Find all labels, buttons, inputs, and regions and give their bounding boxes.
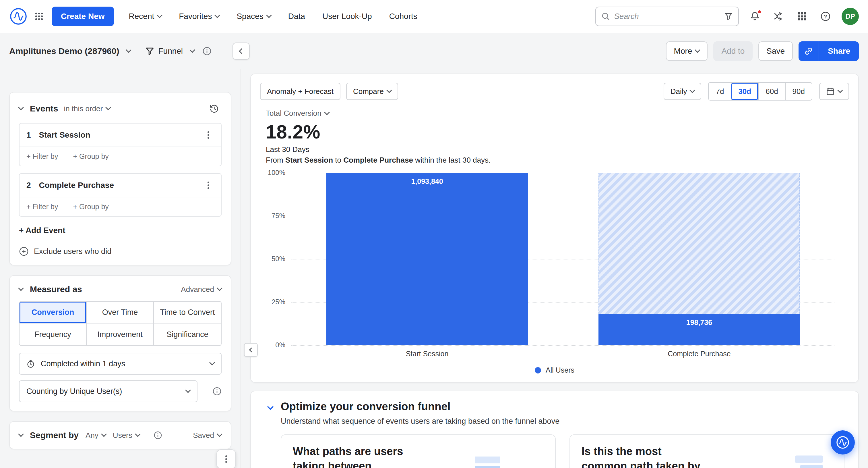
range-30d[interactable]: 30d bbox=[731, 83, 758, 100]
tab-significance[interactable]: Significance bbox=[154, 323, 221, 345]
tab-time-to-convert[interactable]: Time to Convert bbox=[154, 302, 221, 323]
assistant-fab[interactable] bbox=[831, 430, 855, 455]
group-by-button[interactable]: + Group by bbox=[73, 152, 108, 160]
chart-type-selector[interactable]: Funnel bbox=[146, 47, 194, 56]
history-icon[interactable] bbox=[207, 101, 222, 116]
chevron-left-icon bbox=[239, 48, 245, 54]
event-options-kebab[interactable] bbox=[203, 129, 214, 141]
y-tick: 25% bbox=[272, 298, 285, 306]
measured-as-panel: Measured as Advanced Conversion Over Tim… bbox=[9, 275, 231, 411]
product-grid-icon[interactable] bbox=[795, 9, 809, 24]
x-label-complete-purchase: Complete Purchase bbox=[563, 350, 835, 358]
tab-conversion[interactable]: Conversion bbox=[20, 302, 87, 323]
anomaly-forecast-button[interactable]: Anomaly + Forecast bbox=[260, 83, 340, 100]
advanced-select[interactable]: Advanced bbox=[181, 285, 222, 294]
add-to-button[interactable]: Add to bbox=[713, 41, 753, 61]
event-order-select[interactable]: in this order bbox=[64, 104, 110, 113]
nav-cohorts[interactable]: Cohorts bbox=[389, 12, 417, 21]
saved-label: Saved bbox=[193, 431, 214, 440]
filter-by-button[interactable]: + Filter by bbox=[26, 152, 58, 160]
amplitude-logo[interactable] bbox=[9, 7, 28, 26]
kebab-icon bbox=[225, 458, 227, 460]
chart-type-label: Funnel bbox=[158, 47, 183, 56]
collapse-sidebar-button[interactable] bbox=[232, 42, 250, 60]
search-box[interactable] bbox=[595, 7, 739, 26]
counting-by-label: Counting by Unique User(s) bbox=[26, 387, 122, 396]
event-row-start-session[interactable]: 1 Start Session bbox=[20, 123, 221, 147]
svg-text:?: ? bbox=[824, 13, 827, 20]
link-icon bbox=[804, 47, 813, 56]
nav-user-lookup[interactable]: User Look-Up bbox=[322, 12, 372, 21]
tab-over-time[interactable]: Over Time bbox=[87, 302, 154, 323]
event-options-kebab[interactable] bbox=[203, 180, 214, 191]
chevron-down-icon bbox=[266, 12, 272, 18]
tab-frequency[interactable]: Frequency bbox=[20, 323, 87, 345]
segment-any-select[interactable]: Any bbox=[86, 431, 106, 440]
avatar[interactable]: DP bbox=[842, 8, 859, 25]
funnel-chart: 100% 75% 50% 25% 0% bbox=[266, 173, 835, 345]
search-input[interactable] bbox=[614, 12, 720, 21]
conversion-window-select[interactable]: Completed within 1 days bbox=[19, 353, 222, 375]
chevron-down-icon bbox=[126, 47, 132, 53]
info-icon[interactable] bbox=[154, 431, 162, 440]
event-name[interactable]: Start Session bbox=[39, 130, 90, 140]
search-filter-icon[interactable] bbox=[724, 12, 733, 20]
notification-badge bbox=[757, 9, 762, 14]
create-new-button[interactable]: Create New bbox=[52, 7, 114, 26]
group-by-button[interactable]: + Group by bbox=[73, 203, 108, 211]
segment-users-label: Users bbox=[113, 431, 132, 440]
copy-link-button[interactable] bbox=[799, 41, 819, 61]
counting-by-select[interactable]: Counting by Unique User(s) bbox=[19, 380, 197, 402]
add-event-button[interactable]: + Add Event bbox=[19, 226, 222, 235]
events-panel: Events in this order 1 Start Ses bbox=[9, 92, 231, 265]
segment-users-select[interactable]: Users bbox=[113, 431, 140, 440]
project-selector[interactable]: Amplitunes Demo (287960) bbox=[9, 46, 131, 56]
help-icon[interactable]: ? bbox=[818, 9, 833, 24]
insight-card-paths[interactable]: What paths are users taking between conv… bbox=[281, 434, 556, 468]
collapse-insights-icon[interactable] bbox=[267, 404, 274, 410]
info-icon[interactable] bbox=[203, 47, 212, 56]
range-60d[interactable]: 60d bbox=[758, 83, 785, 100]
chart-legend[interactable]: All Users bbox=[260, 366, 849, 374]
collapse-measured-icon[interactable] bbox=[18, 285, 24, 291]
insight-card-common-path[interactable]: Is this the most common path taken by us… bbox=[569, 434, 844, 468]
share-button[interactable]: Share bbox=[819, 41, 859, 61]
chevron-down-icon bbox=[217, 285, 222, 291]
y-tick: 75% bbox=[272, 212, 285, 220]
notifications-bell-icon[interactable] bbox=[747, 9, 763, 24]
nav-cohorts-label: Cohorts bbox=[389, 12, 417, 21]
event-row-complete-purchase[interactable]: 2 Complete Purchase bbox=[20, 174, 221, 197]
paths-illustration bbox=[429, 452, 544, 468]
calendar-button[interactable] bbox=[819, 83, 849, 100]
info-icon[interactable] bbox=[212, 387, 222, 396]
collapse-chart-panel-button[interactable] bbox=[244, 343, 258, 357]
x-axis-labels: Start Session Complete Purchase bbox=[291, 350, 835, 358]
nav-recent[interactable]: Recent bbox=[129, 12, 162, 21]
metric-select[interactable]: Total Conversion bbox=[266, 109, 329, 118]
collapse-segment-icon[interactable] bbox=[18, 431, 24, 437]
journeys-icon[interactable] bbox=[771, 9, 786, 24]
nav-favorites[interactable]: Favorites bbox=[179, 12, 219, 21]
saved-select[interactable]: Saved bbox=[193, 431, 222, 440]
more-button[interactable]: More bbox=[666, 41, 708, 61]
nav-favorites-label: Favorites bbox=[179, 12, 212, 21]
metric-block: Total Conversion 18.2% Last 30 Days From… bbox=[266, 108, 849, 165]
exclude-users-button[interactable]: Exclude users who did bbox=[19, 246, 222, 256]
apps-grid-icon[interactable] bbox=[34, 12, 43, 21]
nav-spaces[interactable]: Spaces bbox=[237, 12, 271, 21]
collapse-events-icon[interactable] bbox=[18, 105, 24, 110]
save-button[interactable]: Save bbox=[758, 41, 793, 61]
toolbar-actions: More Add to Save Share bbox=[666, 41, 859, 61]
funnel-bar-complete-purchase[interactable]: 198,736 bbox=[598, 173, 800, 345]
compare-button[interactable]: Compare bbox=[346, 83, 398, 100]
sidebar-options-kebab[interactable] bbox=[216, 449, 236, 468]
range-7d[interactable]: 7d bbox=[709, 83, 731, 100]
tab-improvement[interactable]: Improvement bbox=[87, 323, 154, 345]
chevron-down-icon bbox=[189, 47, 195, 53]
range-90d[interactable]: 90d bbox=[785, 83, 812, 100]
funnel-bar-start-session[interactable]: 1,093,840 bbox=[327, 173, 528, 345]
filter-by-button[interactable]: + Filter by bbox=[26, 203, 58, 211]
event-name[interactable]: Complete Purchase bbox=[39, 181, 114, 190]
granularity-select[interactable]: Daily bbox=[663, 83, 702, 100]
nav-data[interactable]: Data bbox=[288, 12, 305, 21]
